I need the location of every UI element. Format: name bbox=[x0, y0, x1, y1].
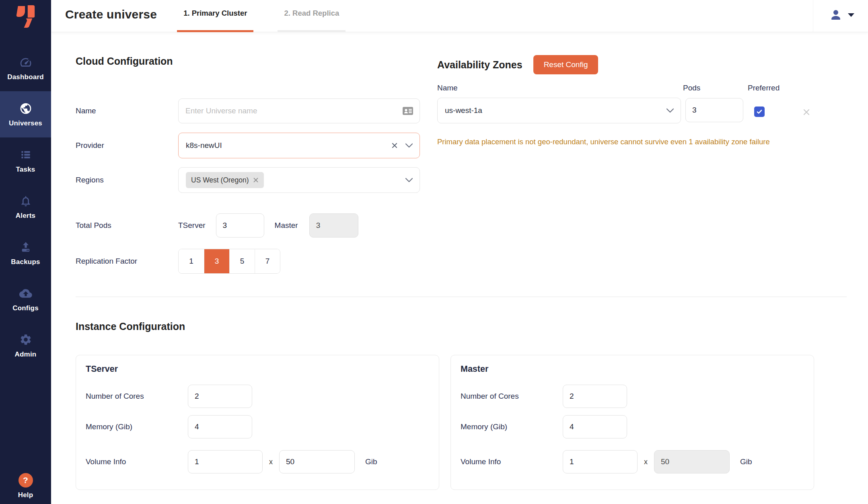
tab-label: 1. Primary Cluster bbox=[183, 9, 247, 18]
tserver-cores-input[interactable] bbox=[188, 385, 252, 408]
az-pods-input[interactable] bbox=[685, 98, 743, 122]
reset-config-button[interactable]: Reset Config bbox=[533, 55, 599, 74]
sidebar: Dashboard Universes Tasks Alerts bbox=[0, 0, 51, 504]
replication-factor-group: 1 3 5 7 bbox=[178, 249, 280, 274]
multiplier-label: x bbox=[269, 458, 273, 466]
tserver-cores-row: Number of Cores bbox=[86, 385, 429, 408]
sidebar-item-help[interactable]: ? Help bbox=[0, 473, 51, 499]
sidebar-item-tasks[interactable]: Tasks bbox=[0, 137, 51, 184]
az-warning-text: Primary data placement is not geo-redund… bbox=[437, 137, 770, 146]
provider-select[interactable]: k8s-newUI bbox=[178, 133, 420, 158]
name-label: Name bbox=[76, 107, 178, 115]
sidebar-item-universes[interactable]: Universes bbox=[0, 91, 51, 137]
master-cores-input[interactable] bbox=[563, 385, 627, 408]
universe-name-input[interactable] bbox=[178, 98, 420, 123]
cores-label: Number of Cores bbox=[461, 392, 563, 401]
tab-read-replica[interactable]: 2. Read Replica bbox=[278, 0, 346, 32]
create-universe-page: Dashboard Universes Tasks Alerts bbox=[0, 0, 868, 504]
master-pods-input bbox=[309, 213, 358, 238]
provider-value: k8s-newUI bbox=[186, 141, 222, 150]
instance-config-cards: TServer Number of Cores Memory (Gib) Vol… bbox=[76, 355, 814, 490]
az-remove-icon[interactable] bbox=[802, 108, 810, 116]
sidebar-item-label: Admin bbox=[15, 350, 37, 359]
main-content: Cloud Configuration Name Provider k8s-ne… bbox=[51, 32, 868, 504]
backups-icon bbox=[19, 240, 33, 254]
yugabyte-logo-icon bbox=[15, 4, 37, 29]
top-bar: Create universe 1. Primary Cluster 2. Re… bbox=[51, 0, 868, 32]
replication-factor-label: Replication Factor bbox=[76, 257, 178, 266]
yugabyte-logo[interactable] bbox=[0, 0, 51, 32]
sidebar-item-label: Universes bbox=[9, 119, 42, 127]
tserver-memory-input[interactable] bbox=[188, 415, 252, 438]
rf-option-3[interactable]: 3 bbox=[204, 249, 229, 273]
rf-option-1[interactable]: 1 bbox=[179, 249, 204, 273]
sidebar-item-dashboard[interactable]: Dashboard bbox=[0, 45, 51, 91]
az-col-preferred: Preferred bbox=[748, 84, 780, 92]
master-volume-size-input bbox=[654, 450, 730, 473]
tserver-volume-controls: x Gib bbox=[188, 450, 429, 473]
regions-select[interactable]: US West (Oregon) bbox=[178, 167, 420, 193]
admin-icon bbox=[19, 333, 33, 346]
tserver-card: TServer Number of Cores Memory (Gib) Vol… bbox=[76, 355, 439, 490]
cores-label: Number of Cores bbox=[86, 392, 188, 401]
total-pods-row: Total Pods TServer Master bbox=[76, 213, 420, 238]
sidebar-item-configs[interactable]: Configs bbox=[0, 276, 51, 322]
instance-config-title: Instance Configuration bbox=[76, 321, 185, 332]
page-title: Create universe bbox=[51, 8, 157, 21]
master-volume-controls: x Gib bbox=[563, 450, 804, 473]
region-chip[interactable]: US West (Oregon) bbox=[186, 172, 264, 188]
volume-unit-label: Gib bbox=[365, 457, 377, 466]
sidebar-item-admin[interactable]: Admin bbox=[0, 322, 51, 369]
universes-icon bbox=[19, 102, 33, 115]
chevron-down-icon bbox=[405, 143, 413, 148]
memory-label: Memory (Gib) bbox=[86, 422, 188, 431]
az-preferred-checkbox[interactable] bbox=[754, 107, 765, 117]
master-cores-row: Number of Cores bbox=[461, 385, 804, 408]
tserver-memory-row: Memory (Gib) bbox=[86, 415, 429, 438]
memory-label: Memory (Gib) bbox=[461, 422, 563, 431]
rf-option-7[interactable]: 7 bbox=[255, 249, 280, 273]
tab-label: 2. Read Replica bbox=[284, 9, 339, 18]
tserver-volume-size-input[interactable] bbox=[279, 450, 355, 473]
chevron-down-icon bbox=[405, 178, 413, 182]
volume-info-label: Volume Info bbox=[461, 457, 563, 466]
name-input-wrap bbox=[178, 98, 420, 123]
master-memory-input[interactable] bbox=[563, 415, 627, 438]
tserver-card-title: TServer bbox=[86, 364, 429, 374]
provider-row: Provider k8s-newUI bbox=[76, 133, 420, 158]
regions-label: Regions bbox=[76, 176, 178, 184]
total-pods-label: Total Pods bbox=[76, 221, 178, 230]
region-chip-label: US West (Oregon) bbox=[191, 176, 249, 184]
sidebar-nav: Dashboard Universes Tasks Alerts bbox=[0, 45, 51, 369]
sidebar-item-backups[interactable]: Backups bbox=[0, 230, 51, 276]
az-name-select[interactable]: us-west-1a bbox=[437, 98, 681, 123]
tserver-volume-count-input[interactable] bbox=[188, 450, 263, 473]
check-icon bbox=[756, 109, 763, 115]
tasks-icon bbox=[19, 148, 33, 162]
sidebar-item-alerts[interactable]: Alerts bbox=[0, 184, 51, 230]
availability-zones-title: Availability Zones bbox=[437, 59, 522, 71]
chevron-down-icon bbox=[666, 108, 674, 113]
availability-zone-row: us-west-1a bbox=[437, 98, 843, 124]
sidebar-item-label: Tasks bbox=[16, 166, 35, 174]
total-pods-controls: TServer Master bbox=[178, 213, 420, 238]
chip-remove-icon[interactable] bbox=[253, 177, 259, 183]
alerts-icon bbox=[19, 194, 33, 208]
master-card-title: Master bbox=[461, 364, 804, 374]
sidebar-item-label: Backups bbox=[11, 258, 40, 266]
rf-option-5[interactable]: 5 bbox=[229, 249, 255, 273]
sidebar-item-label: Help bbox=[18, 491, 33, 499]
user-icon bbox=[829, 8, 843, 22]
replication-factor-row: Replication Factor 1 3 5 7 bbox=[76, 249, 420, 274]
master-volume-count-input[interactable] bbox=[563, 450, 638, 473]
multiplier-label: x bbox=[644, 458, 648, 466]
sidebar-item-label: Alerts bbox=[16, 212, 35, 220]
configs-icon bbox=[19, 287, 33, 300]
user-menu[interactable] bbox=[813, 0, 868, 32]
regions-row: Regions US West (Oregon) bbox=[76, 167, 420, 193]
dashboard-icon bbox=[19, 55, 33, 69]
tab-primary-cluster[interactable]: 1. Primary Cluster bbox=[177, 0, 253, 32]
clear-icon[interactable] bbox=[391, 142, 398, 149]
tserver-pods-input[interactable] bbox=[216, 213, 264, 238]
tserver-pods-label: TServer bbox=[178, 221, 206, 230]
